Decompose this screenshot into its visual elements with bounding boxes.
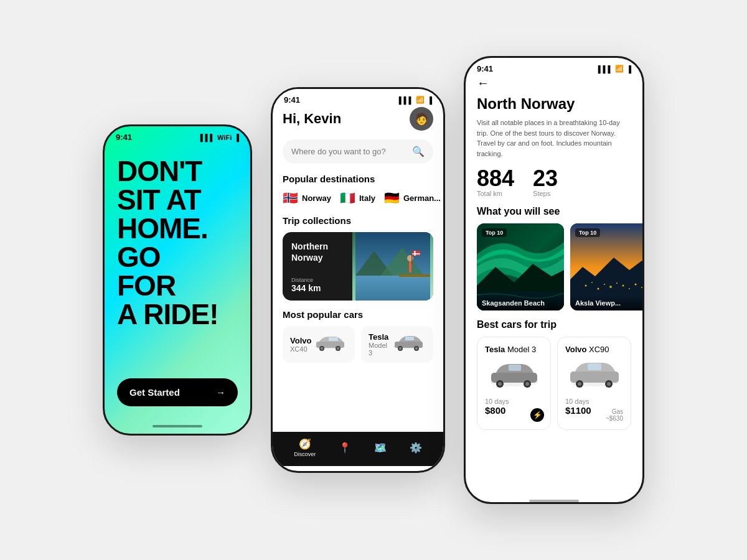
svg-rect-9	[415, 251, 416, 256]
see-cards-row: Top 10 Skagsanden Beach	[477, 223, 631, 310]
destinations-row: 🇳🇴 Norway 🇮🇹 Italy 🇩🇪 German...	[283, 190, 433, 205]
best-car-volvo[interactable]: Volvo XC90	[557, 337, 631, 430]
tesla-model: Model 3	[369, 342, 392, 357]
time-2: 9:41	[284, 95, 300, 105]
search-icon[interactable]: 🔍	[412, 146, 425, 157]
svg-rect-1	[355, 276, 430, 301]
volvo-gas-label: Gas	[606, 408, 623, 415]
svg-rect-53	[588, 363, 601, 370]
italy-label: Italy	[359, 194, 375, 203]
time-1: 9:41	[116, 133, 132, 142]
nav-settings[interactable]: ⚙️	[410, 442, 422, 454]
svg-rect-5	[409, 261, 411, 273]
svg-point-38	[635, 284, 637, 286]
electric-badge: ⚡	[530, 408, 544, 422]
car-info-tesla: Tesla Model 3	[369, 332, 392, 357]
trip-card-norway[interactable]: NorthernNorway Distance 344 km	[283, 232, 433, 301]
status-icons-3: ▌▌▌ 📶 ▐	[598, 65, 631, 73]
trip-image-overlay	[352, 232, 433, 301]
cars-row: Volvo XC40	[283, 326, 433, 363]
svg-point-35	[616, 282, 618, 284]
tesla-image	[392, 333, 426, 356]
volvo-image	[313, 333, 347, 356]
nav-discover[interactable]: 🧭 Discover	[294, 438, 316, 457]
svg-point-50	[578, 382, 581, 386]
aksla-badge: Top 10	[575, 228, 600, 237]
cars-title: Most popular cars	[283, 309, 433, 320]
greeting-text: Hi, Kevin	[283, 111, 341, 127]
battery-icon-2: ▐	[427, 96, 432, 104]
volvo-model: XC40	[290, 345, 311, 353]
norway-label: Norway	[302, 194, 331, 203]
home-screen: 9:41 ▌▌▌ 📶 ▐ Hi, Kevin 🧑 🔍 Popular desti…	[273, 89, 443, 471]
svg-point-34	[609, 286, 612, 288]
phone-detail: 9:41 ▌▌▌ 📶 ▐ ← North Norway Visit all no…	[464, 56, 644, 504]
search-bar[interactable]: 🔍	[283, 139, 433, 164]
volvo-car-brand: Volvo XC90	[565, 345, 623, 354]
splash-screen: 9:41 ▌▌▌ WiFi ▐ DON'T SIT AT HOME. GO FO…	[105, 126, 250, 434]
svg-rect-17	[329, 337, 338, 341]
nav-map[interactable]: 🗺️	[374, 442, 387, 454]
search-input[interactable]	[291, 147, 412, 156]
battery-icon: ▐	[234, 134, 239, 141]
back-button[interactable]: ←	[477, 76, 631, 90]
best-car-tesla[interactable]: Tesla Model 3	[477, 337, 551, 430]
car-volvo[interactable]: Volvo XC40	[283, 326, 355, 363]
best-cars-row: Tesla Model 3	[477, 337, 631, 430]
trip-card-image	[352, 232, 433, 301]
settings-icon: ⚙️	[410, 442, 422, 454]
svg-point-39	[641, 287, 642, 288]
popular-title: Popular destinations	[283, 174, 433, 184]
svg-point-30	[585, 285, 587, 287]
svg-rect-24	[405, 337, 414, 340]
tesla-brand: Tesla	[369, 332, 392, 342]
tesla-car-svg	[392, 333, 426, 352]
wifi-icon-3: 📶	[615, 65, 624, 73]
best-cars-title: Best cars for trip	[477, 319, 631, 330]
volvo-car-svg	[313, 333, 347, 352]
tesla-days: 10 days	[485, 398, 543, 405]
svg-point-21	[399, 347, 402, 350]
svg-rect-8	[413, 253, 420, 254]
stat-km: 884 Total km	[477, 167, 514, 197]
phone-splash: 9:41 ▌▌▌ WiFi ▐ DON'T SIT AT HOME. GO FO…	[103, 124, 252, 436]
home-indicator-2	[333, 469, 383, 471]
get-started-button[interactable]: Get Started →	[117, 378, 238, 406]
status-bar-2: 9:41 ▌▌▌ 📶 ▐	[273, 89, 443, 107]
nav-location[interactable]: 📍	[339, 442, 351, 454]
stat-km-value: 884	[477, 167, 514, 190]
svg-point-32	[598, 288, 599, 290]
germany-flag: 🇩🇪	[384, 190, 400, 205]
signal-icon-3: ▌▌▌	[598, 65, 613, 73]
destination-germany[interactable]: 🇩🇪 German...	[384, 190, 441, 205]
detail-screen: 9:41 ▌▌▌ 📶 ▐ ← North Norway Visit all no…	[466, 58, 642, 502]
see-card-aksla[interactable]: Top 10 Aksla Viewp...	[570, 223, 642, 310]
dist-label: Distance	[291, 277, 344, 283]
svg-point-45	[525, 382, 529, 386]
trip-name: NorthernNorway	[291, 241, 344, 263]
stats-row: 884 Total km 23 Steps	[477, 167, 631, 197]
svg-rect-10	[399, 274, 430, 277]
italy-flag: 🇮🇹	[340, 190, 355, 205]
volvo-gas-price: ~$630	[606, 415, 623, 422]
car-tesla[interactable]: Tesla Model 3	[361, 326, 433, 363]
discover-label: Discover	[294, 451, 316, 457]
signal-icon-2: ▌▌▌	[399, 96, 413, 104]
detail-title: North Norway	[477, 95, 631, 113]
volvo-price: $1100	[565, 405, 591, 416]
svg-point-43	[498, 382, 502, 386]
destination-italy[interactable]: 🇮🇹 Italy	[340, 190, 375, 205]
germany-label: German...	[403, 194, 441, 203]
headline-text: DON'T SIT AT HOME. GO FOR A RIDE!	[117, 157, 238, 329]
wifi-icon: WiFi	[217, 134, 232, 141]
svg-point-16	[337, 347, 339, 350]
svg-point-36	[622, 285, 624, 287]
destination-norway[interactable]: 🇳🇴 Norway	[283, 190, 331, 205]
status-icons-1: ▌▌▌ WiFi ▐	[200, 134, 239, 141]
detail-description: Visit all notable places in a breathtaki…	[477, 118, 631, 159]
stat-steps-value: 23	[533, 167, 558, 190]
volvo-days: 10 days	[565, 398, 623, 405]
tesla-best-img	[485, 358, 543, 394]
see-card-skagsanden[interactable]: Top 10 Skagsanden Beach	[477, 223, 564, 310]
avatar: 🧑	[410, 107, 433, 131]
